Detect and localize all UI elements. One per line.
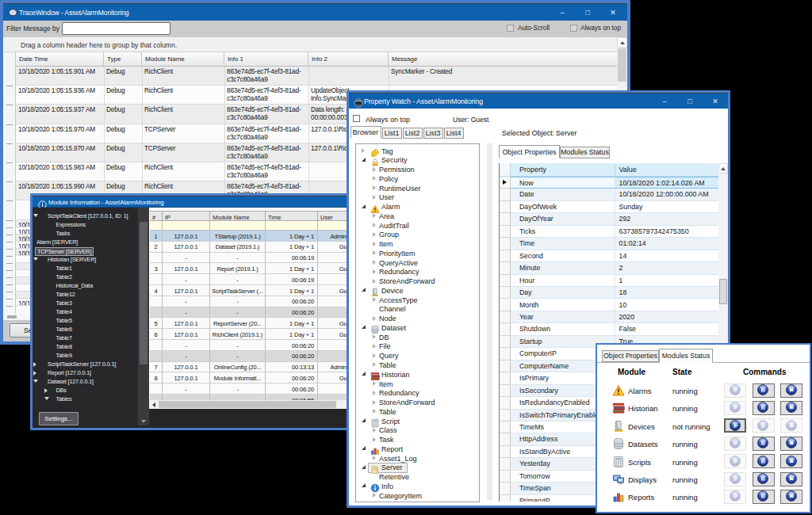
- pw-grid-row[interactable]: Day18: [500, 287, 718, 299]
- module-settings-button[interactable]: Settings...: [39, 412, 79, 425]
- tab-list1[interactable]: List1: [382, 128, 402, 139]
- pw-tree-item[interactable]: QueryActive: [379, 259, 418, 267]
- pw-tree-item[interactable]: Task: [379, 436, 394, 444]
- tree-collapsed-icon[interactable]: [373, 344, 376, 349]
- scroll-left-button[interactable]: [149, 400, 158, 409]
- pw-grid-row[interactable]: Second14: [500, 250, 718, 262]
- pw-tree-item[interactable]: Historian: [381, 371, 410, 379]
- pw-splitter[interactable]: [487, 143, 492, 500]
- pw-tree-item[interactable]: Policy: [379, 175, 398, 183]
- tree-collapsed-icon[interactable]: [373, 409, 376, 414]
- start-button[interactable]: [724, 490, 746, 504]
- tab-list4[interactable]: List4: [444, 128, 464, 139]
- trace-column-header[interactable]: Info 1: [224, 52, 308, 67]
- tree-collapsed-icon[interactable]: [373, 400, 376, 405]
- module-tree-item[interactable]: Expressions: [56, 221, 86, 228]
- filter-message-input[interactable]: [62, 22, 170, 35]
- pw-tree-item[interactable]: Tag: [381, 147, 393, 155]
- trace-minimize-button[interactable]: –: [550, 9, 575, 17]
- pw-tree-item[interactable]: Device: [381, 287, 404, 295]
- tree-collapsed-icon[interactable]: [373, 242, 376, 246]
- pw-tree-item[interactable]: Alarm: [381, 203, 400, 211]
- pw-tree-item[interactable]: Query: [379, 352, 399, 360]
- module-filter-cell[interactable]: [266, 221, 318, 231]
- scrollbar-thumb[interactable]: [159, 401, 336, 408]
- module-tree-item[interactable]: Tasks: [56, 230, 71, 237]
- tree-expanded-icon[interactable]: [362, 446, 366, 450]
- pw-tree-item[interactable]: Redundancy: [379, 389, 419, 397]
- tree-collapsed-icon[interactable]: [373, 269, 376, 274]
- pw-tree-item[interactable]: File: [379, 342, 391, 350]
- pw-tree-item[interactable]: Item: [379, 240, 393, 248]
- stop-button[interactable]: [780, 490, 802, 504]
- tree-collapsed-icon[interactable]: [373, 334, 376, 339]
- module-tree-item[interactable]: Alarm [SERVER]: [36, 238, 78, 246]
- pw-grid-row[interactable]: Month10: [500, 299, 718, 311]
- start-button[interactable]: [724, 418, 746, 433]
- pw-tree-item[interactable]: Dataset: [381, 324, 406, 332]
- pause-button[interactable]: [753, 472, 775, 486]
- tree-collapsed-icon[interactable]: [33, 362, 36, 367]
- trace-table-row[interactable]: 10/18/2020 1:05:15.901 AMDebugRichClient…: [16, 67, 617, 86]
- pause-button[interactable]: [753, 454, 775, 468]
- module-column-header[interactable]: Module Name: [210, 211, 266, 221]
- pw-grid-row[interactable]: Hour1: [500, 275, 718, 287]
- trace-column-header[interactable]: Date Time: [16, 52, 104, 67]
- pw-tree-item[interactable]: RuntimeUser: [379, 185, 421, 193]
- module-tree-scrollbar[interactable]: [138, 208, 149, 425]
- module-filter-cell[interactable]: [150, 221, 163, 231]
- tree-expanded-icon[interactable]: [362, 158, 366, 162]
- trace-column-header[interactable]: Message: [389, 52, 621, 67]
- pw-tree-item[interactable]: Channel: [379, 305, 406, 313]
- pw-tree-item[interactable]: Server: [381, 464, 403, 471]
- start-button[interactable]: [724, 437, 746, 451]
- pause-button[interactable]: [753, 437, 775, 451]
- tree-collapsed-icon[interactable]: [373, 381, 376, 386]
- tree-collapsed-icon[interactable]: [373, 167, 376, 172]
- tab-modules-status[interactable]: Modules Status: [560, 147, 610, 158]
- tree-collapsed-icon[interactable]: [362, 148, 365, 153]
- scroll-up-button[interactable]: [617, 37, 627, 48]
- module-tree-item[interactable]: Historical_Data: [56, 282, 93, 289]
- tree-collapsed-icon[interactable]: [373, 279, 376, 284]
- stop-button[interactable]: [780, 454, 802, 468]
- tab-object-properties[interactable]: Object Properties: [499, 145, 560, 158]
- ms-tab-object-properties[interactable]: Object Properties: [602, 350, 659, 362]
- pw-tree-item[interactable]: StoreAndForward: [379, 399, 435, 406]
- tree-collapsed-icon[interactable]: [44, 388, 48, 393]
- pw-tree-item[interactable]: Security: [381, 156, 408, 164]
- always-on-top-checkbox[interactable]: [570, 25, 577, 32]
- module-tree-item[interactable]: Table3: [56, 299, 72, 307]
- pw-tree-item[interactable]: Redundancy: [379, 268, 419, 276]
- pw-tree-item[interactable]: DB: [379, 334, 389, 341]
- pw-tree-item[interactable]: Asset1_Log: [379, 455, 417, 463]
- tree-collapsed-icon[interactable]: [373, 437, 376, 442]
- module-tree-item[interactable]: Table6: [56, 326, 72, 333]
- pw-grid-row[interactable]: Ticks637385797342475350: [500, 226, 718, 238]
- tree-collapsed-icon[interactable]: [373, 250, 376, 255]
- module-tree-item[interactable]: Table7: [56, 334, 72, 341]
- module-tree-item[interactable]: DBs: [56, 387, 67, 394]
- tree-collapsed-icon[interactable]: [373, 195, 376, 200]
- pw-tree-item[interactable]: Script: [381, 418, 400, 425]
- tree-collapsed-icon[interactable]: [373, 456, 376, 460]
- scrollbar-thumb[interactable]: [719, 279, 727, 304]
- ms-tab-modules-status[interactable]: Modules Status: [659, 349, 713, 363]
- tree-expanded-icon[interactable]: [362, 372, 366, 376]
- grid-column-header-value[interactable]: Value: [615, 163, 719, 177]
- stop-button[interactable]: [780, 418, 802, 433]
- pw-grid-row[interactable]: DayOfYear292: [500, 213, 718, 225]
- pw-grid-row[interactable]: Time01:02:14: [500, 238, 718, 250]
- start-button[interactable]: [724, 401, 746, 415]
- pw-always-on-top-checkbox[interactable]: [353, 115, 360, 122]
- module-tree-item[interactable]: Table9: [56, 352, 72, 359]
- tree-collapsed-icon[interactable]: [373, 185, 376, 190]
- module-tree-item[interactable]: ScriptTaskClient [127.0.0.1, ID: 1]: [48, 212, 128, 219]
- pw-grid-row[interactable]: Minute2: [500, 262, 718, 274]
- stop-button[interactable]: [780, 472, 802, 486]
- module-tree-item[interactable]: Table12: [56, 291, 75, 298]
- tree-expanded-icon[interactable]: [362, 325, 366, 329]
- module-tree-item[interactable]: Historian [SERVER]: [48, 256, 96, 263]
- trace-column-header[interactable]: Module Name: [142, 52, 224, 67]
- tree-collapsed-icon[interactable]: [373, 223, 376, 227]
